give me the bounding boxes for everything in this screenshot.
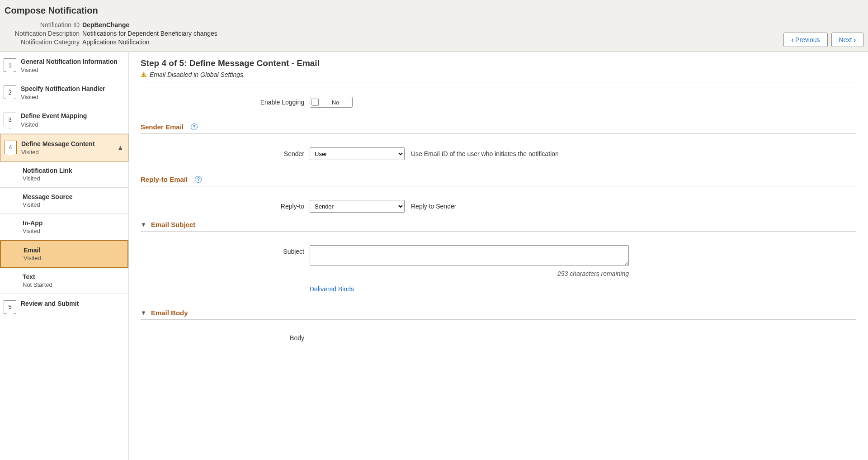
step-1-status: Visited bbox=[21, 66, 124, 73]
meta-desc-label: Notification Description bbox=[5, 30, 82, 37]
substep-email[interactable]: Email Visited bbox=[0, 240, 128, 268]
substep-ms-title: Message Source bbox=[23, 193, 124, 200]
page-header: Compose Notification Notification ID Dep… bbox=[0, 0, 868, 52]
meta-id-label: Notification ID bbox=[5, 21, 82, 28]
enable-logging-value: No bbox=[319, 99, 352, 106]
replyto-label: Reply-to bbox=[141, 203, 310, 210]
step-5[interactable]: 5 Review and Submit bbox=[0, 294, 128, 319]
sender-email-section: Sender Email ? bbox=[141, 123, 856, 134]
body-label: Body bbox=[141, 333, 310, 341]
step-4-status: Visited bbox=[21, 149, 117, 156]
step-2-title: Specify Notification Handler bbox=[21, 85, 124, 93]
svg-rect-0 bbox=[143, 74, 144, 76]
chars-remaining: 253 characters remaining bbox=[310, 270, 629, 277]
meta-info: Notification ID DepBenChange Notificatio… bbox=[5, 21, 863, 46]
substep-nl-title: Notification Link bbox=[23, 167, 124, 174]
delivered-binds-link[interactable]: Delivered Binds bbox=[310, 285, 354, 293]
substep-em-status: Visited bbox=[24, 255, 123, 261]
replyto-hint: Reply to Sender bbox=[411, 203, 456, 210]
replyto-select[interactable]: Sender bbox=[310, 200, 405, 213]
substep-notification-link[interactable]: Notification Link Visited bbox=[0, 161, 128, 188]
previous-button[interactable]: ‹ Previous bbox=[783, 33, 827, 47]
subject-input[interactable] bbox=[310, 245, 629, 266]
substep-text[interactable]: Text Not Started bbox=[0, 268, 128, 294]
substep-message-source[interactable]: Message Source Visited bbox=[0, 188, 128, 214]
step-2[interactable]: 2 Specify Notification Handler Visited bbox=[0, 79, 128, 106]
substep-in-app[interactable]: In-App Visited bbox=[0, 214, 128, 240]
replyto-section-label: Reply-to Email bbox=[141, 175, 188, 183]
sender-select[interactable]: User bbox=[310, 147, 405, 160]
step-1-title: General Notification Information bbox=[21, 57, 124, 66]
sender-section-label: Sender Email bbox=[141, 123, 184, 131]
step-4[interactable]: 4 Define Message Content Visited ▲ bbox=[0, 134, 128, 161]
warning-row: Email Disabled in Global Settings. bbox=[141, 71, 856, 82]
email-body-section[interactable]: ▼ Email Body bbox=[141, 309, 856, 320]
chevron-down-icon: ▼ bbox=[141, 221, 146, 228]
page-title: Compose Notification bbox=[5, 5, 863, 16]
step-badge-4: 4 bbox=[4, 141, 17, 154]
toggle-knob bbox=[311, 99, 319, 106]
warning-icon bbox=[141, 71, 147, 78]
step-badge-5: 5 bbox=[4, 300, 16, 314]
wizard-sidebar[interactable]: 1 General Notification Information Visit… bbox=[0, 52, 129, 460]
step-heading: Step 4 of 5: Define Message Content - Em… bbox=[141, 58, 856, 68]
next-button[interactable]: Next › bbox=[831, 33, 863, 47]
step-5-title: Review and Submit bbox=[21, 299, 124, 308]
substep-tx-title: Text bbox=[23, 273, 124, 280]
step-badge-1: 1 bbox=[4, 58, 16, 72]
chevron-right-icon: › bbox=[854, 36, 856, 43]
previous-label: Previous bbox=[795, 36, 820, 43]
step-2-status: Visited bbox=[21, 94, 124, 100]
substep-nl-status: Visited bbox=[23, 175, 124, 182]
step-3-status: Visited bbox=[21, 121, 124, 128]
chevron-down-icon: ▼ bbox=[141, 309, 146, 316]
help-icon[interactable]: ? bbox=[195, 176, 202, 183]
next-label: Next bbox=[839, 36, 852, 43]
substep-em-title: Email bbox=[24, 247, 123, 254]
replyto-email-section: Reply-to Email ? bbox=[141, 175, 856, 186]
meta-cat-value: Applications Notification bbox=[82, 38, 150, 46]
sender-label: Sender bbox=[141, 150, 310, 157]
chevron-up-icon: ▲ bbox=[117, 144, 123, 151]
meta-desc-value: Notifications for Dependent Beneficiary … bbox=[82, 30, 217, 37]
substep-ia-title: In-App bbox=[23, 219, 124, 227]
step-1[interactable]: 1 General Notification Information Visit… bbox=[0, 52, 128, 79]
warning-text: Email Disabled in Global Settings. bbox=[150, 71, 245, 78]
meta-cat-label: Notification Category bbox=[5, 38, 82, 46]
meta-id-value: DepBenChange bbox=[82, 21, 129, 28]
chevron-left-icon: ‹ bbox=[791, 36, 793, 43]
step-4-title: Define Message Content bbox=[21, 140, 117, 148]
svg-rect-1 bbox=[143, 76, 144, 76]
substep-ms-status: Visited bbox=[23, 201, 124, 208]
step-3[interactable]: 3 Define Event Mapping Visited bbox=[0, 106, 128, 133]
main-content[interactable]: Step 4 of 5: Define Message Content - Em… bbox=[129, 52, 868, 460]
sender-hint: Use Email ID of the user who initiates t… bbox=[411, 150, 559, 157]
subject-section-label: Email Subject bbox=[151, 221, 195, 228]
help-icon[interactable]: ? bbox=[191, 123, 198, 130]
subject-label: Subject bbox=[141, 245, 310, 255]
substep-ia-status: Visited bbox=[23, 228, 124, 234]
enable-logging-label: Enable Logging bbox=[141, 99, 310, 106]
substep-tx-status: Not Started bbox=[23, 281, 124, 288]
email-subject-section[interactable]: ▼ Email Subject bbox=[141, 221, 856, 232]
body-section-label: Email Body bbox=[151, 309, 188, 317]
step-badge-2: 2 bbox=[4, 85, 16, 99]
enable-logging-toggle[interactable]: No bbox=[310, 97, 353, 108]
step-badge-3: 3 bbox=[4, 113, 16, 126]
step-3-title: Define Event Mapping bbox=[21, 112, 124, 120]
